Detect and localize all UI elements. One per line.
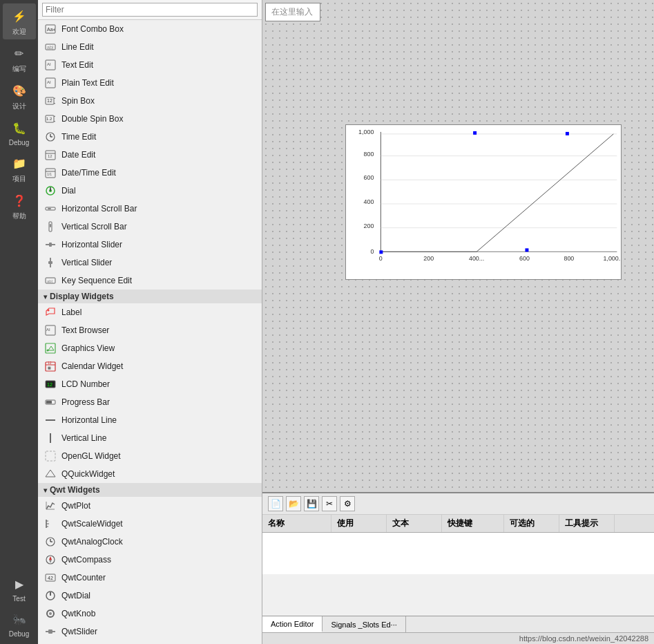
svg-rect-29 — [49, 243, 52, 247]
svg-rect-50 — [46, 451, 55, 461]
date-edit-icon: 12 — [44, 148, 57, 162]
key-sequence-edit-icon: ab| — [44, 274, 57, 287]
lcd-number-icon: 12 — [44, 377, 57, 391]
top-input-widget[interactable]: 在这里输入 — [265, 3, 320, 21]
svg-text:AI: AI — [47, 62, 51, 66]
widget-item-line-edit[interactable]: ab| Line Edit — [38, 38, 262, 56]
qwt-collapse-icon: ▾ — [44, 486, 47, 494]
status-bar: https://blog.csdn.net/weixin_42042288 — [262, 632, 654, 644]
widget-item-qwtslider[interactable]: QwtSlider — [38, 623, 262, 641]
graph-widget[interactable]: 0 200 400 600 800 1,000 — [345, 124, 622, 280]
tool-project[interactable]: 📁 项目 — [3, 151, 36, 187]
tab-action-editor[interactable]: Action Editor — [262, 616, 323, 632]
widget-item-qwtcompass[interactable]: QwtCompass — [38, 551, 262, 569]
left-toolbar: ⚡ 欢迎 ✏ 编写 🎨 设计 🐛 Debug 📁 项目 ❓ 帮助 ▶ Test … — [0, 0, 38, 644]
widget-item-key-sequence-edit[interactable]: ab| Key Sequence Edit — [38, 272, 262, 290]
col-optional: 可选的 — [504, 515, 559, 532]
svg-text:▦: ▦ — [48, 366, 51, 370]
widget-item-qquickwidget[interactable]: QQuickWidget — [38, 465, 262, 483]
display-widgets-header[interactable]: ▾ Display Widgets — [38, 290, 262, 303]
qwt-widgets-header[interactable]: ▾ Qwt Widgets — [38, 483, 262, 497]
widget-item-opengl-widget[interactable]: OpenGL Widget — [38, 447, 262, 465]
filter-bar — [38, 0, 262, 20]
tab-signals-slots[interactable]: Signals _Slots Ed··· — [323, 616, 405, 632]
action-toolbar: 📄 📂 💾 ✂ ⚙ — [262, 493, 654, 515]
widget-item-horizontal-scroll-bar[interactable]: Horizontal Scroll Bar — [38, 200, 262, 218]
tool-test[interactable]: ▶ Test — [3, 571, 36, 605]
widget-item-graphics-view[interactable]: Graphics View — [38, 339, 262, 357]
widget-item-qwtscalewidget[interactable]: QwtScaleWidget — [38, 515, 262, 533]
widget-item-qwtanalogclock[interactable]: QwtAnalogClock — [38, 533, 262, 551]
widget-item-text-edit[interactable]: AI Text Edit — [38, 56, 262, 74]
widget-list[interactable]: Aa Font Combo Box ab| Line Edit AI Text … — [38, 20, 262, 644]
widget-item-qwtdial[interactable]: QwtDial — [38, 587, 262, 605]
widget-item-font-combo-box[interactable]: Aa Font Combo Box — [38, 20, 262, 38]
action-save-button[interactable]: 💾 — [304, 496, 319, 511]
graph-svg: 0 200 400 600 800 1,000 — [346, 125, 621, 279]
widget-item-vertical-slider[interactable]: Vertical Slider — [38, 254, 262, 272]
action-settings-button[interactable]: ⚙ — [340, 496, 355, 511]
plain-text-edit-icon: AI — [44, 76, 57, 90]
horizontal-line-icon — [44, 413, 57, 427]
widget-item-dial[interactable]: Dial — [38, 182, 262, 200]
font-combo-box-icon: Aa — [44, 22, 57, 36]
svg-text:12: 12 — [48, 154, 52, 158]
widget-item-spin-box[interactable]: 12 Spin Box — [38, 92, 262, 110]
svg-marker-38 — [48, 346, 54, 350]
svg-text:200: 200 — [364, 222, 374, 229]
widget-item-qwtthermo[interactable]: QwtThermo — [38, 641, 262, 644]
action-open-button[interactable]: 📂 — [286, 496, 301, 511]
input-placeholder: 在这里输入 — [271, 7, 313, 17]
opengl-widget-icon — [44, 449, 57, 463]
tool-welcome[interactable]: ⚡ 欢迎 — [3, 3, 36, 39]
widget-item-double-spin-box[interactable]: 1.2 Double Spin Box — [38, 110, 262, 128]
qwtcounter-icon: 42 — [44, 571, 57, 585]
action-new-button[interactable]: 📄 — [268, 496, 283, 511]
widget-item-lcd-number[interactable]: 12 LCD Number — [38, 375, 262, 393]
col-text: 文本 — [387, 515, 442, 532]
svg-rect-25 — [48, 208, 51, 209]
tool-edit[interactable]: ✏ 编写 — [3, 41, 36, 77]
svg-text:12: 12 — [47, 98, 52, 103]
svg-text:AI: AI — [47, 80, 51, 84]
widget-item-qwtplot[interactable]: QwtPlot — [38, 497, 262, 515]
svg-text:12: 12 — [47, 382, 52, 387]
widget-item-date-edit[interactable]: 12 Date Edit — [38, 146, 262, 164]
svg-text:800: 800 — [364, 151, 374, 158]
tool-debug2[interactable]: 🐜 Debug — [3, 607, 36, 641]
widget-item-vertical-scroll-bar[interactable]: Vertical Scroll Bar — [38, 218, 262, 236]
dial-icon — [44, 184, 57, 198]
svg-rect-47 — [46, 401, 52, 404]
canvas-area[interactable]: 在这里输入 0 200 400 600 800 1,000 — [262, 0, 654, 644]
widget-item-qwtknob[interactable]: QwtKnob — [38, 605, 262, 623]
debug2-icon: 🐜 — [10, 609, 29, 629]
qwtplot-icon — [44, 499, 57, 513]
graphics-view-icon — [44, 341, 57, 355]
tool-design[interactable]: 🎨 设计 — [3, 78, 36, 114]
widget-item-text-browser[interactable]: AI Text Browser — [38, 321, 262, 339]
action-cut-button[interactable]: ✂ — [322, 496, 337, 511]
widget-item-plain-text-edit[interactable]: AI Plain Text Edit — [38, 74, 262, 92]
display-collapse-icon: ▾ — [44, 293, 47, 301]
widget-item-qwtcounter[interactable]: 42 QwtCounter — [38, 569, 262, 587]
svg-text:0: 0 — [370, 248, 374, 255]
table-header: 名称 使用 文本 快捷键 可选的 工具提示 — [262, 515, 654, 533]
filter-input[interactable] — [42, 3, 258, 17]
widget-item-vertical-line[interactable]: Vertical Line — [38, 429, 262, 447]
svg-text:Aa: Aa — [47, 27, 53, 32]
widget-item-horizontal-line[interactable]: Horizontal Line — [38, 411, 262, 429]
widget-item-label[interactable]: Label — [38, 303, 262, 321]
widget-item-time-edit[interactable]: Time Edit — [38, 128, 262, 146]
tool-help[interactable]: ❓ 帮助 — [3, 188, 36, 224]
widget-item-datetime-edit[interactable]: 1/1 Date/Time Edit — [38, 164, 262, 182]
svg-marker-51 — [46, 470, 55, 477]
svg-rect-27 — [50, 224, 51, 227]
widget-item-horizontal-slider[interactable]: Horizontal Slider — [38, 236, 262, 254]
svg-text:AI: AI — [46, 328, 50, 332]
help-icon: ❓ — [10, 191, 29, 210]
widget-item-calendar-widget[interactable]: 12▦ Calendar Widget — [38, 357, 262, 375]
svg-text:600: 600 — [519, 255, 530, 262]
widget-item-progress-bar[interactable]: Progress Bar — [38, 393, 262, 411]
tool-debug1[interactable]: 🐛 Debug — [3, 115, 36, 149]
col-name: 名称 — [262, 515, 331, 532]
